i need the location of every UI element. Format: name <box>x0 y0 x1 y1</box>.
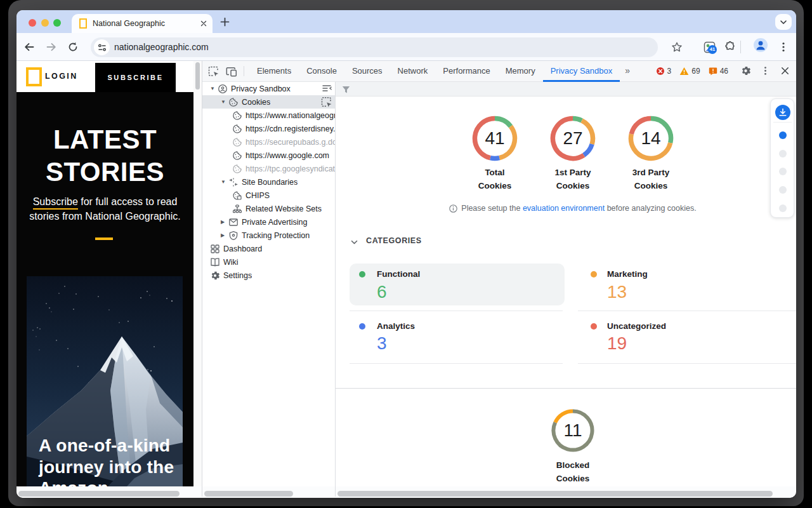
more-tabs-chevron-icon[interactable]: » <box>620 61 634 82</box>
tree-item-dashboard[interactable]: Dashboard <box>202 242 335 255</box>
tree-expand-arrow[interactable]: ▼ <box>210 86 218 91</box>
devtools-tab-memory[interactable]: Memory <box>498 61 543 82</box>
tree-item-related-website-sets[interactable]: Related Website Sets <box>202 202 335 215</box>
active-section-dot[interactable] <box>779 131 787 139</box>
devtools-tab-elements[interactable]: Elements <box>249 61 299 82</box>
tree-item-https-cdn-registerdisney-go-com[interactable]: https://cdn.registerdisney.go.com <box>202 122 335 135</box>
tree-expand-arrow[interactable]: ▼ <box>221 179 228 185</box>
collapse-sidebar-icon[interactable] <box>321 83 332 94</box>
category-cell-uncategorized[interactable]: Uncategorized19 <box>578 311 796 364</box>
devtools-close-icon[interactable] <box>780 65 791 77</box>
login-link[interactable]: LOGIN <box>45 61 78 92</box>
bookmark-star-icon[interactable] <box>669 39 685 55</box>
tree-item-https-www-google-com[interactable]: https://www.google.com <box>202 149 335 162</box>
tree-item-settings[interactable]: Settings <box>202 269 335 282</box>
tree-item-site-boundaries[interactable]: ▼Site Boundaries <box>202 175 335 189</box>
devtools-tab-network[interactable]: Network <box>390 61 436 82</box>
tree-item-https-tpc-googlesyndication-com[interactable]: https://tpc.googlesyndication.com <box>202 162 335 175</box>
section-dot[interactable] <box>779 186 787 194</box>
browser-tab[interactable]: National Geographic <box>72 14 213 33</box>
page-hscrollbar-thumb[interactable] <box>18 491 180 497</box>
tree-item-tracking-protection[interactable]: ▶Tracking Protection <box>202 229 335 242</box>
filter-funnel-icon[interactable] <box>342 85 350 93</box>
pane-divider[interactable] <box>202 61 202 497</box>
inspect-cookies-icon[interactable] <box>321 97 332 107</box>
issues-badge[interactable]: 46 <box>709 67 728 76</box>
minimize-window-button[interactable] <box>41 19 49 27</box>
tree-expand-arrow[interactable]: ▶ <box>221 232 228 238</box>
tree-item-wiki[interactable]: Wiki <box>202 255 335 269</box>
inspect-element-icon[interactable] <box>207 65 220 78</box>
back-button[interactable] <box>21 39 37 55</box>
error-badge[interactable]: 3 <box>656 67 672 76</box>
tree-item-privacy-sandbox[interactable]: ▼Privacy Sandbox <box>202 82 335 95</box>
tab-search-button[interactable] <box>775 14 792 30</box>
category-dot <box>359 323 365 330</box>
donut-ring[interactable]: 41 <box>472 116 518 161</box>
blocked-donut-ring[interactable]: 11 <box>550 408 596 453</box>
donut-chart-total-cookies: 41TotalCookies <box>456 116 534 192</box>
donut-ring[interactable]: 14 <box>628 116 674 161</box>
section-dot[interactable] <box>779 168 787 175</box>
device-toolbar-icon[interactable] <box>225 65 238 78</box>
tab-close-icon[interactable] <box>199 19 208 28</box>
category-label: Functional <box>377 269 420 279</box>
browser-toolbar: nationalgeographic.com 41 <box>16 33 796 61</box>
new-tab-button[interactable] <box>220 17 230 27</box>
devtools-tab-performance[interactable]: Performance <box>435 61 497 82</box>
tree-expand-arrow[interactable]: ▼ <box>221 99 228 105</box>
page-scrollbar-track[interactable] <box>193 61 202 486</box>
address-bar[interactable]: nationalgeographic.com <box>91 37 658 57</box>
devtools-settings-gear-icon[interactable] <box>740 65 752 77</box>
page-scrollbar-thumb[interactable] <box>195 62 200 90</box>
sidebar-hscrollbar-thumb[interactable] <box>204 491 293 497</box>
section-dot[interactable] <box>779 150 787 157</box>
natgeo-favicon-icon <box>79 18 87 29</box>
tree-item-chips[interactable]: CHIPS <box>202 189 335 202</box>
privacy-sandbox-panel: 41TotalCookies271st PartyCookies143rd Pa… <box>336 82 796 486</box>
story-photo[interactable]: A one-of-a-kind journey into the Amazon <box>27 276 183 486</box>
tree-item-cookies[interactable]: ▼Cookies <box>202 95 335 109</box>
subscribe-button[interactable]: SUBSCRIBE <box>95 63 176 92</box>
profile-avatar[interactable] <box>754 38 768 52</box>
categories-header[interactable]: CATEGORIES <box>351 236 422 244</box>
tree-item-label: https://www.google.com <box>246 151 329 160</box>
categories-title: CATEGORIES <box>366 236 422 245</box>
sidebar-divider[interactable] <box>335 82 336 497</box>
section-dot[interactable] <box>779 204 787 212</box>
devtools-menu-kebab-icon[interactable] <box>760 65 771 77</box>
boundaries-icon <box>228 177 239 187</box>
tree-expand-arrow[interactable]: ▶ <box>221 219 228 225</box>
subscribe-text-link[interactable]: Subscribe <box>33 196 78 210</box>
browser-menu-kebab-icon[interactable] <box>775 39 792 55</box>
donut-label: 3rd PartyCookies <box>612 166 690 192</box>
tree-item-label: Private Advertising <box>242 218 308 227</box>
psat-extension-icon[interactable]: 41 <box>701 39 717 55</box>
devtools-tab-sources[interactable]: Sources <box>344 61 390 82</box>
donut-label: TotalCookies <box>456 166 534 192</box>
category-cell-marketing[interactable]: Marketing13 <box>578 264 796 311</box>
floating-toolbar-separator <box>773 122 792 123</box>
devtools-tab-console[interactable]: Console <box>299 61 344 82</box>
story-headline[interactable]: A one-of-a-kind journey into the Amazon <box>39 435 178 486</box>
tree-item-private-advertising[interactable]: ▶Private Advertising <box>202 215 335 229</box>
close-window-button[interactable] <box>29 19 36 27</box>
extensions-puzzle-icon[interactable] <box>722 39 738 55</box>
devtools-tab-privacy-sandbox[interactable]: Privacy Sandbox <box>543 61 620 82</box>
warning-badge[interactable]: 69 <box>679 67 700 76</box>
download-report-button[interactable] <box>775 105 790 120</box>
donut-ring[interactable]: 27 <box>550 116 596 161</box>
forward-button[interactable] <box>43 39 60 55</box>
zoom-window-button[interactable] <box>53 19 61 27</box>
site-info-icon[interactable] <box>94 39 110 55</box>
reload-button[interactable] <box>65 39 81 55</box>
wiki-icon <box>210 257 220 267</box>
evaluation-environment-link[interactable]: evaluation environment <box>523 204 605 213</box>
panel-hscrollbar-thumb[interactable] <box>337 491 773 497</box>
devtools-body: ▼Privacy Sandbox▼Cookieshttps://www.nati… <box>202 82 796 486</box>
natgeo-logo-icon[interactable] <box>26 67 42 86</box>
tree-item-https-securepubads-g-doubleclick-net[interactable]: https://securepubads.g.doubleclick.net <box>202 135 335 149</box>
category-cell-functional[interactable]: Functional6 <box>350 264 563 311</box>
tree-item-https-www-nationalgeographic-com[interactable]: https://www.nationalgeographic.com <box>202 109 335 122</box>
category-cell-analytics[interactable]: Analytics3 <box>350 311 563 364</box>
